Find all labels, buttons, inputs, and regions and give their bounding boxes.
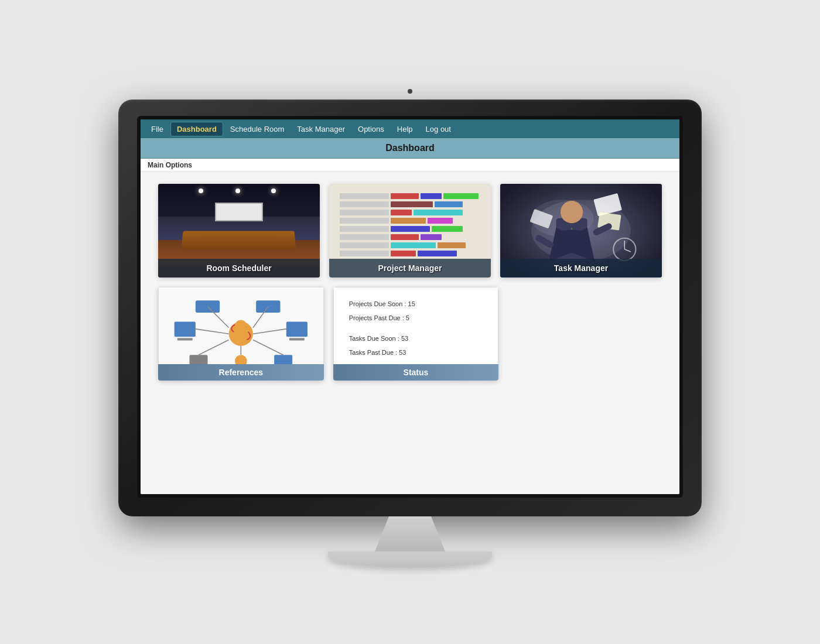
svg-rect-19 — [286, 321, 308, 337]
gantt-row — [340, 251, 480, 256]
room-table — [182, 231, 296, 249]
svg-rect-21 — [196, 300, 220, 313]
svg-rect-18 — [177, 338, 193, 340]
room-light-1 — [199, 189, 203, 193]
room-projection-screen — [215, 203, 264, 221]
nav-schedule-room[interactable]: Schedule Room — [224, 122, 291, 136]
monitor-stand-neck — [375, 516, 445, 551]
monitor-bezel: File Dashboard Schedule Room Task Manage… — [137, 116, 683, 498]
gantt-bar — [418, 251, 457, 256]
gantt-bar — [443, 193, 479, 199]
tasks-past-due: Tasks Past Due : 53 — [349, 348, 483, 358]
nav-task-manager[interactable]: Task Manager — [291, 122, 351, 136]
tile-status[interactable]: Projects Due Soon : 15 Projects Past Due… — [333, 287, 499, 381]
monitor-stand-base — [328, 551, 492, 568]
svg-rect-17 — [175, 321, 196, 337]
tiles-grid-top: Room Scheduler Project Manager — [158, 184, 662, 278]
tiles-grid-bottom: References Projects Due Soon : 15 Projec… — [158, 287, 498, 381]
status-label: Status — [333, 364, 499, 381]
gantt-bar — [428, 218, 453, 224]
monitor-screen: File Dashboard Schedule Room Task Manage… — [141, 119, 679, 494]
gantt-bar — [391, 193, 419, 199]
section-label-text: Main Options — [148, 161, 192, 169]
gantt-label — [340, 210, 389, 215]
tile-project-manager[interactable]: Project Manager — [329, 184, 491, 278]
gantt-row — [340, 234, 480, 240]
gantt-label — [340, 251, 389, 256]
monitor-outer: File Dashboard Schedule Room Task Manage… — [118, 100, 702, 516]
svg-rect-22 — [256, 300, 280, 313]
gantt-label — [340, 201, 389, 207]
gantt-bar — [391, 251, 416, 256]
nav-dashboard[interactable]: Dashboard — [170, 122, 223, 136]
gantt-bar — [432, 226, 463, 232]
gantt-label — [340, 193, 389, 199]
svg-point-4 — [561, 201, 583, 223]
svg-line-33 — [253, 340, 283, 355]
gantt-row — [340, 210, 480, 215]
references-label: References — [158, 364, 324, 381]
app-container: File Dashboard Schedule Room Task Manage… — [141, 119, 679, 494]
gantt-bar — [421, 234, 442, 240]
tile-task-manager[interactable]: Task Manager — [500, 184, 662, 278]
room-scheduler-label: Room Scheduler — [158, 259, 320, 278]
task-manager-label: Task Manager — [500, 259, 662, 278]
section-label: Main Options — [141, 159, 679, 172]
tile-references[interactable]: References — [158, 287, 324, 381]
gantt-bar — [391, 226, 430, 232]
main-content: Room Scheduler Project Manager — [141, 172, 679, 494]
gantt-row — [340, 242, 480, 248]
svg-line-27 — [196, 329, 229, 334]
gantt-row — [340, 226, 480, 232]
gantt-bar — [391, 242, 436, 248]
page-header: Dashboard — [141, 138, 679, 159]
nav-help[interactable]: Help — [391, 122, 419, 136]
nav-options[interactable]: Options — [352, 122, 390, 136]
gantt-bar — [391, 234, 419, 240]
page-title: Dashboard — [385, 143, 435, 153]
projects-due-soon: Projects Due Soon : 15 — [349, 299, 483, 310]
gantt-bar — [391, 201, 433, 207]
webcam-dot — [408, 89, 412, 94]
svg-point-16 — [235, 320, 247, 332]
references-svg — [159, 294, 323, 373]
nav-logout[interactable]: Log out — [420, 122, 457, 136]
gantt-label — [340, 234, 389, 240]
gantt-bar — [414, 210, 463, 215]
gantt-bar — [435, 201, 463, 207]
gantt-label — [340, 218, 389, 224]
gantt-label — [340, 226, 389, 232]
gantt-label — [340, 242, 389, 248]
gantt-row — [340, 201, 480, 207]
gantt-row — [340, 218, 480, 224]
monitor-wrapper: File Dashboard Schedule Room Task Manage… — [118, 100, 702, 568]
navbar: File Dashboard Schedule Room Task Manage… — [141, 119, 679, 138]
gantt-bar — [391, 218, 426, 224]
svg-line-31 — [199, 340, 229, 355]
tile-room-scheduler[interactable]: Room Scheduler — [158, 184, 320, 278]
projects-past-due: Projects Past Due : 5 — [349, 313, 483, 324]
gantt-bar — [438, 242, 466, 248]
nav-file[interactable]: File — [145, 122, 169, 136]
svg-rect-20 — [289, 338, 305, 340]
tasks-due-soon: Tasks Due Soon : 53 — [349, 334, 483, 344]
svg-line-28 — [253, 329, 286, 334]
gantt-row — [340, 193, 480, 199]
gantt-bar — [421, 193, 442, 199]
project-manager-label: Project Manager — [329, 259, 491, 278]
gantt-bar — [391, 210, 412, 215]
